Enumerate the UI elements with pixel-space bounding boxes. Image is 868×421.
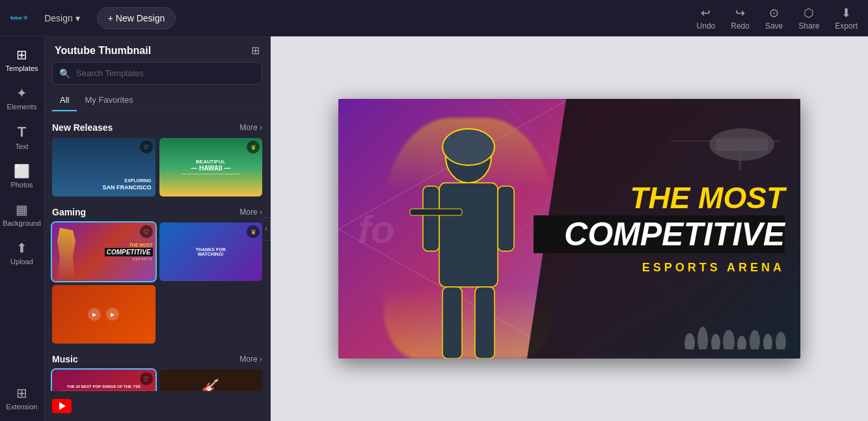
- tab-all[interactable]: All: [52, 90, 77, 111]
- youtube-play-icon: [59, 402, 66, 410]
- save-button[interactable]: ⊙ Save: [765, 6, 783, 31]
- sidebar-item-photos[interactable]: ⬜ Photos: [3, 158, 41, 194]
- helicopter-bg: [664, 112, 794, 193]
- background-icon: ▦: [16, 202, 28, 217]
- logo: fotor®: [10, 15, 27, 21]
- svg-point-22: [737, 336, 746, 349]
- sidebar-item-templates[interactable]: ⊞ Templates: [3, 42, 41, 77]
- new-releases-title: New Releases: [52, 122, 113, 133]
- panel-bottom: [44, 391, 270, 421]
- save-label: Save: [765, 21, 783, 31]
- soldier-svg: [384, 118, 553, 359]
- section-gaming-header: Gaming More ›: [52, 207, 262, 217]
- upload-icon: ⬆: [16, 240, 27, 256]
- template-card-gaming2[interactable]: THANKS FOR WATCHING! ♛: [159, 223, 263, 281]
- export-icon: ⬇: [841, 6, 851, 20]
- logo-text: fotor: [10, 15, 22, 21]
- svg-rect-8: [423, 186, 439, 251]
- grid-view-icon[interactable]: ⊞: [251, 44, 260, 57]
- gaming-grid: THE MOST COMPETITIVE ESPORTS ♡ THANKS FO…: [52, 223, 262, 344]
- new-releases-more[interactable]: More ›: [239, 123, 262, 132]
- chevron-left-icon: ‹: [265, 225, 267, 232]
- redo-icon: ↪: [735, 6, 745, 20]
- gaming-title: Gaming: [52, 207, 86, 217]
- svg-rect-11: [475, 287, 495, 359]
- canvas-area[interactable]: ‹ fo: [271, 36, 868, 421]
- redo-label: Redo: [731, 21, 750, 31]
- favorite-icon-esports[interactable]: ♡: [140, 225, 153, 238]
- panel-title: Youtube Thumbnail: [55, 45, 151, 57]
- tab-favorites[interactable]: My Favorites: [77, 90, 141, 111]
- canvas-esports-text: ESPORTS ARENA: [642, 261, 785, 275]
- templates-panel: Youtube Thumbnail ⊞ 🔍 All My Favorites N…: [44, 36, 271, 421]
- music-grid: THE 20 BEST POP SONGS OF THE '70S BEST P…: [52, 370, 262, 391]
- sidebar-item-upload[interactable]: ⬆ Upload: [3, 235, 41, 271]
- undo-icon: ↩: [701, 6, 711, 20]
- gaming-more[interactable]: More ›: [239, 208, 262, 217]
- template-card-sf[interactable]: EXPLORING SAN FRANCISCO ♡: [52, 138, 156, 197]
- template-card-hawaii[interactable]: BEAUTIFUL — HAWAII — ♛: [159, 138, 263, 197]
- sidebar-item-text[interactable]: T Text: [3, 118, 41, 156]
- template-card-esports[interactable]: THE MOST COMPETITIVE ESPORTS ♡: [52, 223, 156, 281]
- elements-icon: ✦: [16, 85, 27, 101]
- main-layout: ⊞ Templates ✦ Elements T Text ⬜ Photos ▦…: [0, 36, 868, 421]
- premium-icon-hawaii: ♛: [247, 141, 260, 154]
- design-label: Design: [44, 13, 73, 23]
- svg-rect-7: [439, 183, 498, 287]
- template-card-music1[interactable]: THE 20 BEST POP SONGS OF THE '70S BEST P…: [52, 370, 156, 391]
- logo-sup: ®: [23, 15, 27, 21]
- favorite-icon-music1[interactable]: ♡: [140, 372, 153, 385]
- new-releases-grid: EXPLORING SAN FRANCISCO ♡ BEAUTIFUL — HA…: [52, 138, 262, 197]
- canvas-competitive-block: COMPETITIVE: [534, 215, 785, 253]
- undo-button[interactable]: ↩ Undo: [697, 6, 716, 31]
- music-title: Music: [52, 354, 78, 364]
- svg-point-19: [698, 327, 708, 349]
- panel-collapse-button[interactable]: ‹: [262, 217, 271, 241]
- section-new-releases: New Releases More › EXPLORING SAN FRANCI…: [44, 117, 270, 202]
- section-new-releases-header: New Releases More ›: [52, 122, 262, 133]
- export-button[interactable]: ⬇ Export: [835, 6, 858, 31]
- sidebar-item-extension[interactable]: ⊞ Extension: [3, 380, 41, 416]
- svg-rect-13: [410, 209, 462, 215]
- search-icon: 🔍: [59, 68, 70, 79]
- design-menu-button[interactable]: Design ▾: [38, 9, 87, 27]
- topbar-left: fotor® Design ▾ + New Design: [10, 7, 176, 29]
- share-icon: ⬡: [804, 6, 814, 20]
- template-card-gaming3[interactable]: ▶ ▶: [52, 285, 156, 344]
- icon-nav: ⊞ Templates ✦ Elements T Text ⬜ Photos ▦…: [0, 36, 44, 421]
- text-icon: T: [18, 124, 26, 141]
- section-gaming: Gaming More › THE MOST COMPETITIVE ESPOR…: [44, 202, 270, 349]
- sections-scroll: New Releases More › EXPLORING SAN FRANCI…: [44, 115, 270, 391]
- sidebar-item-background[interactable]: ▦ Background: [3, 197, 41, 232]
- svg-point-18: [685, 333, 695, 349]
- svg-rect-17: [739, 151, 741, 170]
- section-music: Music More › THE 20 BEST POP SONGS OF TH…: [44, 349, 270, 391]
- svg-rect-10: [442, 287, 462, 359]
- tabs: All My Favorites: [44, 90, 270, 112]
- panel-header: Youtube Thumbnail ⊞: [44, 36, 270, 62]
- share-button[interactable]: ⬡ Share: [798, 6, 819, 31]
- svg-point-21: [723, 330, 735, 349]
- templates-icon: ⊞: [16, 47, 27, 62]
- search-input[interactable]: [52, 62, 262, 85]
- photos-icon: ⬜: [14, 163, 30, 179]
- music-more[interactable]: More ›: [239, 355, 262, 364]
- templates-nav-label: Templates: [5, 64, 38, 72]
- canvas-design[interactable]: fo: [338, 99, 800, 359]
- upload-nav-label: Upload: [10, 258, 33, 265]
- extension-nav-label: Extension: [6, 403, 37, 411]
- svg-point-20: [711, 334, 720, 349]
- svg-point-25: [776, 332, 786, 349]
- template-card-music2[interactable]: 🎸 you are my sunshine ☀: [159, 370, 263, 391]
- save-icon: ⊙: [769, 6, 779, 20]
- redo-button[interactable]: ↪ Redo: [731, 6, 750, 31]
- svg-point-23: [750, 330, 760, 349]
- favorite-icon-sf[interactable]: ♡: [140, 141, 153, 154]
- background-nav-label: Background: [3, 219, 41, 227]
- canvas-competitive-text: COMPETITIVE: [547, 218, 785, 251]
- youtube-icon: [52, 399, 72, 413]
- new-design-button[interactable]: + New Design: [97, 7, 176, 29]
- sidebar-item-elements[interactable]: ✦ Elements: [3, 80, 41, 116]
- svg-rect-15: [716, 138, 768, 151]
- new-design-label: + New Design: [108, 13, 165, 23]
